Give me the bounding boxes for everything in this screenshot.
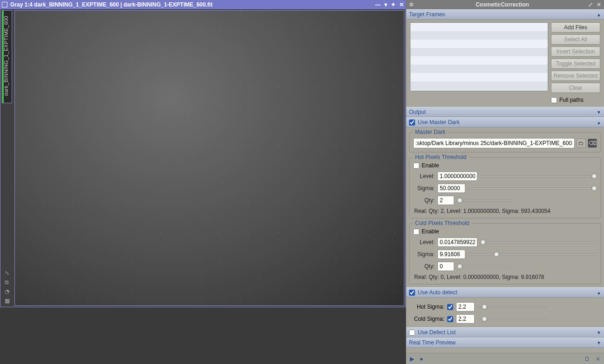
section-rtp[interactable]: Real Time Preview ▼ — [406, 338, 604, 348]
cold-level-label: Level: — [413, 239, 435, 245]
cold-qty-label: Qty: — [413, 263, 435, 270]
hot-sigma-auto-slider[interactable] — [477, 304, 547, 310]
auto-detect-checkbox[interactable] — [409, 290, 415, 296]
image-title-bar[interactable]: Gray 1:4 dark_BINNING_1_EXPTIME_600 | da… — [0, 0, 406, 9]
full-paths-label: Full paths — [559, 97, 584, 103]
target-frames-list[interactable] — [410, 22, 548, 91]
minimize-icon[interactable]: — — [375, 1, 381, 8]
expand-down-icon[interactable]: ▼ — [597, 340, 601, 345]
hot-sigma-auto-checkbox[interactable] — [447, 304, 453, 310]
auto-detect-label: Use Auto detect — [418, 289, 597, 296]
expand-down-icon[interactable]: ▼ — [597, 110, 601, 115]
hot-enable-checkbox[interactable] — [413, 163, 419, 169]
cold-sigma-auto-slider[interactable] — [477, 316, 547, 322]
use-master-dark-label: Use Master Dark — [418, 119, 597, 126]
clear-button[interactable]: Clear — [551, 83, 600, 93]
image-window: Gray 1:4 dark_BINNING_1_EXPTIME_600 | da… — [0, 0, 406, 307]
hot-level-slider[interactable] — [480, 173, 597, 179]
apply-icon[interactable]: ● — [420, 356, 423, 362]
hot-level-label: Level: — [413, 173, 435, 179]
cold-qty-slider[interactable] — [457, 263, 513, 270]
hot-enable-label: Enable — [422, 162, 439, 169]
invert-selection-button[interactable]: Invert Selection — [551, 46, 600, 57]
cold-sigma-input[interactable] — [437, 250, 465, 259]
collapse-up-icon[interactable]: ▲ — [597, 12, 601, 17]
hot-sigma-auto-input[interactable] — [456, 302, 475, 311]
cold-real-info: Real: Qty: 0, Level: 0.0000000000, Sigma… — [413, 274, 597, 280]
cold-level-input[interactable] — [437, 238, 477, 247]
hot-sigma-label: Sigma: — [413, 185, 435, 192]
section-use-master-dark[interactable]: Use Master Dark ▲ — [406, 117, 604, 127]
cold-sigma-auto-checkbox[interactable] — [447, 316, 453, 322]
master-dark-group-title: Master Dark — [413, 129, 447, 135]
window-icon — [2, 2, 7, 7]
section-defect-list[interactable]: Use Defect List ▼ — [406, 327, 604, 338]
cold-enable-label: Enable — [422, 228, 439, 235]
info-icon[interactable]: ◔ — [5, 288, 10, 295]
cold-level-slider[interactable] — [480, 239, 597, 245]
reset-icon[interactable]: ⤫ — [596, 356, 600, 362]
close-icon[interactable]: ✕ — [399, 1, 404, 8]
panel-title: CosmeticCorrection — [416, 1, 588, 8]
image-canvas[interactable] — [14, 10, 404, 306]
cold-sigma-label: Sigma: — [413, 251, 435, 258]
hot-real-info: Real: Qty: 2, Level: 1.0000000000, Sigma… — [413, 208, 597, 214]
clear-path-icon[interactable]: ⌫ — [588, 139, 597, 148]
panel-shade-icon[interactable]: ⤢ — [588, 1, 593, 8]
hot-qty-label: Qty: — [413, 197, 435, 204]
output-label: Output — [409, 109, 597, 115]
crop-icon[interactable]: ⧉ — [5, 279, 10, 285]
target-frames-label: Target Frames — [409, 11, 597, 18]
process-panel: ✲ CosmeticCorrection ⤢ ✕ Target Frames ▲… — [406, 0, 604, 364]
hot-pixels-group-title: Hot Pixels Threshold — [413, 154, 469, 160]
cold-sigma-auto-input[interactable] — [456, 314, 475, 324]
defect-list-checkbox[interactable] — [409, 330, 415, 336]
maximize-icon[interactable]: ✦ — [391, 1, 396, 8]
hot-sigma-auto-label: Hot Sigma: — [410, 304, 444, 310]
view-label: dark_BINNING_1_EXPTIME_600 — [3, 16, 9, 96]
cold-qty-input[interactable] — [437, 262, 454, 271]
hot-level-input[interactable] — [437, 172, 477, 181]
panel-close-icon[interactable]: ✕ — [597, 1, 601, 8]
new-instance-icon[interactable]: ▶ — [410, 356, 414, 362]
add-files-button[interactable]: Add Files — [551, 22, 600, 33]
cold-enable-checkbox[interactable] — [413, 229, 419, 235]
hot-sigma-slider[interactable] — [468, 185, 597, 192]
collapse-up-icon[interactable]: ▲ — [597, 120, 601, 125]
section-target-frames[interactable]: Target Frames ▲ — [406, 9, 604, 20]
hot-sigma-input[interactable] — [437, 184, 465, 193]
section-output[interactable]: Output ▼ — [406, 107, 604, 117]
remove-selected-button[interactable]: Remove Selected — [551, 71, 600, 81]
cold-sigma-slider[interactable] — [468, 251, 597, 258]
hot-qty-slider[interactable] — [457, 197, 513, 204]
shade-icon[interactable]: ▾ — [384, 1, 387, 8]
full-paths-checkbox[interactable] — [551, 97, 557, 103]
use-master-dark-checkbox[interactable] — [409, 119, 415, 126]
folder-icon[interactable]: 🗀 — [577, 139, 586, 148]
toggle-selected-button[interactable]: Toggle Selected — [551, 59, 600, 69]
doc-icon[interactable]: 🗋 — [584, 356, 590, 362]
hot-qty-input[interactable] — [437, 196, 454, 205]
cold-pixels-group-title: Cold Pixels Threshold — [413, 220, 471, 226]
expand-down-icon[interactable]: ▼ — [597, 330, 601, 335]
section-auto-detect[interactable]: Use Auto detect ▲ — [406, 287, 604, 298]
select-all-button[interactable]: Select All — [551, 34, 600, 45]
master-dark-path-input[interactable] — [413, 138, 575, 148]
cold-sigma-auto-label: Cold Sigma: — [410, 316, 444, 322]
panel-footer: ▶ ● 🗋 ⤫ — [406, 353, 604, 364]
grid-icon[interactable]: ▦ — [5, 298, 10, 304]
defect-list-label: Use Defect List — [418, 329, 597, 336]
image-side-strip: dark_BINNING_1_EXPTIME_600 ⤡ ⧉ ◔ ▦ — [0, 9, 13, 307]
gear-icon[interactable]: ✲ — [409, 1, 414, 8]
panel-title-bar[interactable]: ✲ CosmeticCorrection ⤢ ✕ — [406, 0, 604, 9]
expand-icon[interactable]: ⤡ — [5, 270, 10, 276]
image-title: Gray 1:4 dark_BINNING_1_EXPTIME_600 | da… — [10, 1, 375, 8]
collapse-up-icon[interactable]: ▲ — [597, 290, 601, 295]
rtp-label: Real Time Preview — [409, 339, 597, 346]
